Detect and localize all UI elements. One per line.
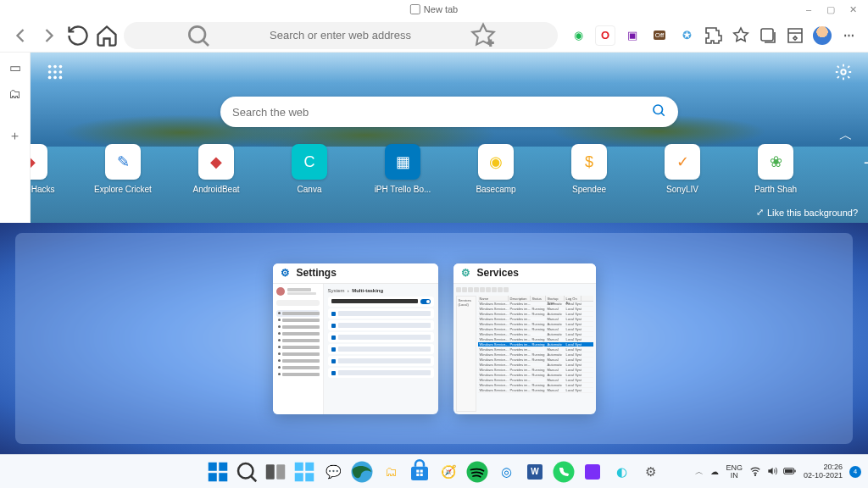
search-submit-icon[interactable] xyxy=(651,103,666,121)
svg-rect-36 xyxy=(785,469,793,473)
quick-link[interactable]: ✓SonyLIV xyxy=(653,144,712,194)
weather-tray-icon[interactable]: ☁ xyxy=(710,467,719,476)
search-button[interactable] xyxy=(234,459,259,485)
new-tab-button[interactable]: ＋ xyxy=(7,127,24,144)
quick-link-tile: $ xyxy=(571,144,607,180)
services-left-panel: Services (Local) xyxy=(456,296,476,412)
svg-rect-21 xyxy=(295,462,303,470)
page-settings-gear-icon[interactable] xyxy=(834,63,853,81)
profile-avatar[interactable] xyxy=(812,25,832,46)
quick-link-label: Explore Cricket xyxy=(89,185,157,194)
svg-rect-27 xyxy=(416,469,419,472)
app-blue-icon[interactable]: ◎ xyxy=(493,459,519,485)
svg-point-8 xyxy=(59,70,63,74)
web-search-box[interactable] xyxy=(220,97,678,127)
settings-nav-item xyxy=(276,358,320,364)
quick-link[interactable]: $Spendee xyxy=(559,144,619,194)
vertical-tab-strip: ▭ 🗂 ＋ xyxy=(0,53,31,222)
search-icon xyxy=(134,22,263,49)
file-explorer-icon[interactable]: 🗂 xyxy=(378,459,403,485)
toggle-switch xyxy=(420,299,431,304)
ext-globe-icon[interactable]: ✪ xyxy=(676,25,697,46)
collapse-quicklinks-icon[interactable]: ︿ xyxy=(839,127,853,145)
home-button[interactable] xyxy=(95,24,119,47)
tab-actions-button[interactable]: ▭ xyxy=(7,59,24,76)
ext-opera-icon[interactable]: O xyxy=(595,25,615,46)
language-indicator[interactable]: ENGIN xyxy=(726,464,743,480)
svg-rect-23 xyxy=(295,473,303,481)
add-quick-link[interactable]: ＋ xyxy=(839,144,868,194)
task-view-button[interactable] xyxy=(263,459,288,485)
address-input[interactable] xyxy=(270,29,412,42)
teams-chat-icon[interactable]: 💬 xyxy=(320,459,346,485)
quick-link[interactable]: ◆iPhoneHacks xyxy=(31,144,59,194)
settings-taskbar-icon[interactable]: ⚙ xyxy=(637,459,663,485)
snap-preview-services[interactable]: ⚙ Services Services (Local) NameDescript… xyxy=(453,263,596,414)
quick-link[interactable]: ◉Basecamp xyxy=(466,144,526,194)
tray-chevron-icon[interactable]: ︿ xyxy=(695,466,704,478)
forward-button[interactable] xyxy=(37,24,61,47)
quick-link-label: Spendee xyxy=(555,185,623,194)
battery-icon[interactable] xyxy=(783,465,797,479)
svg-rect-24 xyxy=(305,473,314,481)
svg-rect-28 xyxy=(420,469,423,472)
svg-point-0 xyxy=(189,26,205,42)
widgets-button[interactable] xyxy=(292,459,317,485)
ext-grammarly-icon[interactable]: ◉ xyxy=(568,25,588,46)
word-icon[interactable]: W xyxy=(522,459,548,485)
svg-rect-35 xyxy=(794,469,795,472)
volume-icon[interactable] xyxy=(766,465,778,479)
extensions-button[interactable] xyxy=(704,25,724,46)
app-purple-icon[interactable] xyxy=(580,459,605,485)
quick-link[interactable]: ▦iPH Trello Bo... xyxy=(373,144,432,194)
apps-launcher-icon[interactable] xyxy=(46,63,64,81)
web-search-input[interactable] xyxy=(232,106,651,119)
back-button[interactable] xyxy=(8,24,32,47)
quick-link[interactable]: CCanva xyxy=(280,144,339,194)
app-safari-icon[interactable]: 🧭 xyxy=(436,459,461,485)
service-row: Windows Service...Provides im...RunningM… xyxy=(478,388,593,393)
favorite-star-icon[interactable]: + xyxy=(419,22,548,49)
downloads-notif-icon[interactable] xyxy=(785,25,805,46)
snap-preview-settings[interactable]: ⚙ Settings System › Multi-tasking xyxy=(273,263,438,414)
svg-rect-17 xyxy=(219,473,227,481)
snap-layout-overlay: ⚙ Settings System › Multi-tasking xyxy=(0,223,868,454)
settings-nav-item xyxy=(276,330,320,337)
svg-rect-19 xyxy=(266,464,275,480)
maximize-button[interactable]: ▢ xyxy=(826,4,836,14)
refresh-button[interactable] xyxy=(66,24,90,47)
vertical-tab-newtab-icon[interactable]: 🗂 xyxy=(7,85,24,102)
ext-onenote-icon[interactable]: ▣ xyxy=(622,25,643,46)
minimize-button[interactable]: – xyxy=(804,4,814,14)
edge-icon[interactable] xyxy=(349,459,375,485)
quick-link[interactable]: ❀Parth Shah xyxy=(746,144,805,194)
quick-link-tile: ◉ xyxy=(478,144,514,180)
favorites-button[interactable] xyxy=(731,25,751,46)
close-button[interactable]: ✕ xyxy=(848,4,858,14)
notification-badge[interactable]: 4 xyxy=(849,466,861,478)
quick-link[interactable]: ◆AndroidBeat xyxy=(186,144,246,194)
svg-rect-16 xyxy=(209,473,217,481)
start-button[interactable] xyxy=(205,459,231,485)
settings-nav-item xyxy=(276,324,320,330)
wifi-icon[interactable] xyxy=(749,465,761,479)
clock[interactable]: 20:2602-10-2021 xyxy=(804,463,843,480)
like-background-link[interactable]: ⤢ Like this background? xyxy=(756,207,858,218)
settings-nav-item xyxy=(276,310,320,317)
title-text: New tab xyxy=(424,4,458,14)
address-bar[interactable]: + xyxy=(124,22,558,49)
services-table: NameDescriptionStatusStartup TypeLog On … xyxy=(478,296,593,412)
services-icon: ⚙ xyxy=(460,267,472,279)
page-icon xyxy=(410,4,420,14)
app-teal-icon[interactable]: ◐ xyxy=(609,459,634,485)
extension-bar: ◉ O ▣ Off ✪ ⋯ xyxy=(568,25,860,46)
whatsapp-icon[interactable] xyxy=(551,459,576,485)
store-icon[interactable] xyxy=(407,459,432,485)
ext-coupon-icon[interactable]: Off xyxy=(649,25,670,46)
svg-point-3 xyxy=(48,65,52,69)
spotify-icon[interactable] xyxy=(465,459,490,485)
quick-link[interactable]: ✎Explore Cricket xyxy=(93,144,153,194)
collections-button[interactable] xyxy=(758,25,778,46)
settings-nav-item xyxy=(276,351,320,358)
more-menu-button[interactable]: ⋯ xyxy=(839,25,860,46)
